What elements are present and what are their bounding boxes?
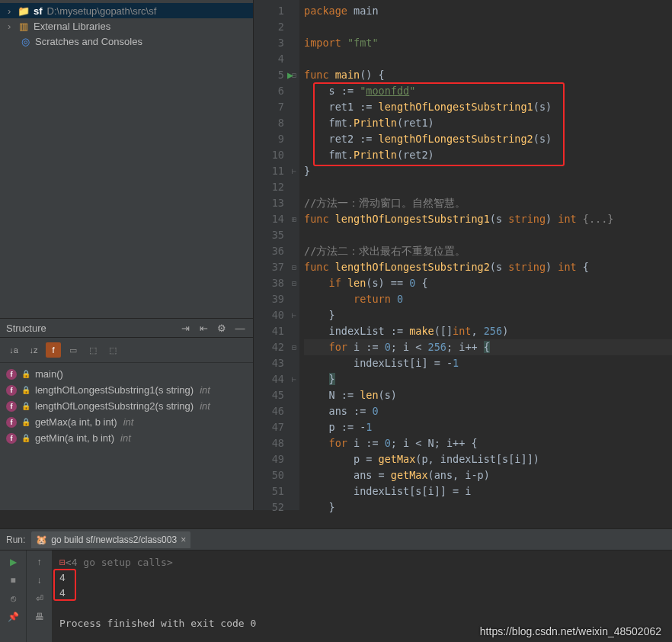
structure-item[interactable]: f 🔒 getMax(a int, b int) int [0, 414, 253, 430]
run-tabbar: Run: 🐹 go build sf/newclass2/class003 × [0, 529, 672, 551]
structure-item-name: main() [35, 368, 63, 380]
project-root[interactable]: › 📁 sf D:\mysetup\gopath\src\sf [0, 3, 253, 18]
run-label: Run: [6, 534, 25, 545]
project-root-name: sf [34, 5, 43, 17]
console-line [59, 601, 664, 616]
console-line: 4 [59, 570, 664, 586]
lock-icon: 🔒 [21, 418, 30, 426]
project-panel: › 📁 sf D:\mysetup\gopath\src\sf › ▥ Exte… [0, 0, 254, 510]
minimize-icon[interactable]: — [233, 321, 247, 335]
go-icon: 🐹 [36, 534, 47, 545]
structure-title: Structure [6, 323, 174, 334]
expand-all-icon[interactable]: ⇥ [178, 321, 192, 335]
structure-item[interactable]: f 🔒 lengthOfLongestSubstring2(s string) … [0, 398, 253, 414]
print-icon[interactable]: 🖶 [33, 610, 46, 624]
structure-item[interactable]: f 🔒 main() [0, 366, 253, 382]
structure-item-name: getMax(a int, b int) [35, 416, 117, 428]
structure-item[interactable]: f 🔒 lengthOfLongestSubstring1(s string) … [0, 382, 253, 398]
structure-item-name: getMin(a int, b int) [35, 432, 114, 444]
structure-item-name: lengthOfLongestSubstring1(s string) [35, 384, 194, 396]
folder-icon: 📁 [18, 5, 29, 16]
scratch-icon: ◎ [20, 36, 30, 47]
lock-icon: 🔒 [21, 386, 30, 394]
structure-item-name: lengthOfLongestSubstring2(s string) [35, 400, 194, 412]
structure-item[interactable]: f 🔒 getMin(a int, b int) int [0, 430, 253, 446]
code-area[interactable]: package main import "fmt" func main() { … [299, 0, 672, 510]
group-icon[interactable]: ▭ [66, 342, 81, 358]
function-badge-icon: f [6, 385, 17, 396]
caret-icon: › [8, 21, 14, 32]
project-node-scratches[interactable]: ◎ Scratches and Consoles [0, 34, 253, 49]
structure-item-sig: int [123, 416, 134, 428]
sort-alpha-icon[interactable]: ↓a [6, 342, 21, 358]
caret-icon: › [8, 5, 14, 17]
function-badge-icon: f [6, 433, 17, 444]
structure-list: f 🔒 main() f 🔒 lengthOfLongestSubstring1… [0, 363, 253, 449]
filter-icon[interactable]: f [46, 342, 61, 358]
autoscroll-icon[interactable]: ⬚ [85, 342, 101, 358]
run-toolbar-left: ▶ ■ ⎋ 📌 [0, 551, 26, 642]
sort-visibility-icon[interactable]: ↓z [26, 342, 41, 358]
structure-item-sig: int [200, 400, 210, 412]
function-badge-icon: f [6, 417, 17, 428]
structure-header: Structure ⇥ ⇤ ⚙ — [0, 318, 253, 338]
run-tab[interactable]: 🐹 go build sf/newclass2/class003 × [31, 531, 190, 548]
collapse-all-icon[interactable]: ⇤ [197, 321, 210, 335]
watermark: https://blog.csdn.net/weixin_48502062 [480, 625, 661, 637]
down-icon[interactable]: ↓ [33, 573, 46, 587]
run-tab-label: go build sf/newclass2/class003 [51, 534, 177, 545]
project-root-path: D:\mysetup\gopath\src\sf [47, 5, 157, 17]
pin-icon[interactable]: 📌 [6, 610, 20, 624]
soft-wrap-icon[interactable]: ⏎ [33, 592, 46, 605]
up-icon[interactable]: ↑ [33, 555, 46, 569]
code-editor[interactable]: 12345▶6789101112131435363738394041424344… [254, 0, 672, 510]
function-badge-icon: f [6, 401, 17, 412]
project-tree: › 📁 sf D:\mysetup\gopath\src\sf › ▥ Exte… [0, 0, 253, 52]
lock-icon: 🔒 [21, 370, 30, 378]
exit-icon[interactable]: ⎋ [6, 592, 20, 605]
console-line: 4 [59, 586, 664, 601]
autoscroll-from-icon[interactable]: ⬚ [105, 342, 120, 358]
lock-icon: 🔒 [21, 402, 30, 410]
structure-item-sig: int [120, 432, 131, 444]
structure-item-sig: int [200, 384, 210, 396]
stop-icon[interactable]: ■ [6, 573, 20, 587]
gear-icon[interactable]: ⚙ [215, 321, 229, 335]
library-icon: ▥ [18, 21, 29, 31]
rerun-icon[interactable]: ▶ [6, 555, 20, 569]
editor-gutter: 12345▶6789101112131435363738394041424344… [254, 0, 289, 510]
lock-icon: 🔒 [21, 434, 30, 442]
console-line: ⊟<4 go setup calls> [59, 555, 664, 570]
tree-label: External Libraries [34, 21, 110, 32]
structure-toolbar: ↓a ↓z f ▭ ⬚ ⬚ [0, 338, 253, 363]
run-toolbar-right: ↑ ↓ ⏎ 🖶 [26, 551, 52, 642]
project-node-external[interactable]: › ▥ External Libraries [0, 18, 253, 34]
tree-label: Scratches and Consoles [35, 36, 142, 47]
function-badge-icon: f [6, 369, 17, 380]
close-icon[interactable]: × [181, 534, 186, 545]
